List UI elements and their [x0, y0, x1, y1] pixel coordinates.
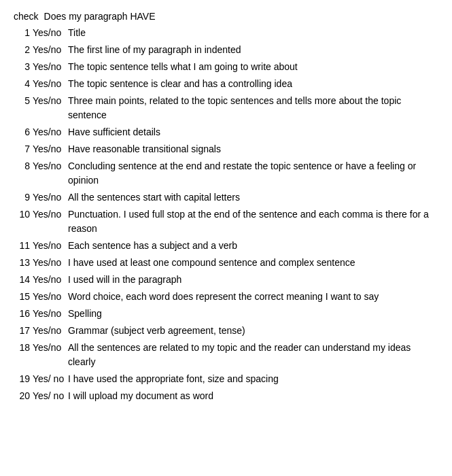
item-yesno: Yes/ no	[33, 389, 68, 403]
item-text: I used will in the paragraph	[68, 273, 438, 287]
list-item: 10Yes/noPunctuation. I used full stop at…	[14, 207, 438, 236]
list-item: 14Yes/noI used will in the paragraph	[14, 273, 438, 287]
item-number: 17	[14, 324, 33, 338]
item-number: 11	[14, 239, 33, 253]
item-yesno: Yes/no	[33, 239, 68, 253]
item-yesno: Yes/no	[33, 125, 68, 139]
item-yesno: Yes/no	[33, 60, 68, 74]
list-item: 9Yes/noAll the sentences start with capi…	[14, 190, 438, 205]
item-number: 18	[14, 341, 33, 369]
item-text: Concluding sentence at the end and resta…	[68, 159, 438, 188]
item-number: 4	[14, 77, 33, 91]
list-item: 16Yes/noSpelling	[14, 307, 438, 321]
item-yesno: Yes/no	[33, 43, 68, 57]
item-text: Punctuation. I used full stop at the end…	[68, 207, 438, 236]
item-yesno: Yes/no	[33, 94, 68, 122]
item-yesno: Yes/no	[33, 256, 68, 270]
list-item: 15Yes/noWord choice, each word does repr…	[14, 290, 438, 304]
list-item: 6Yes/noHave sufficient details	[14, 125, 438, 139]
item-number: 5	[14, 94, 33, 122]
item-text: I will upload my document as word	[68, 389, 438, 403]
item-yesno: Yes/no	[33, 341, 68, 369]
item-number: 7	[14, 142, 33, 156]
item-number: 9	[14, 190, 33, 205]
item-text: I have used at least one compound senten…	[68, 256, 438, 270]
list-item: 18Yes/noAll the sentences are related to…	[14, 341, 438, 369]
list-item: 2Yes/noThe first line of my paragraph in…	[14, 43, 438, 57]
list-item: 13Yes/noI have used at least one compoun…	[14, 256, 438, 270]
item-number: 14	[14, 273, 33, 287]
item-number: 19	[14, 372, 33, 386]
item-yesno: Yes/no	[33, 290, 68, 304]
list-item: 4Yes/noThe topic sentence is clear and h…	[14, 77, 438, 91]
item-text: Each sentence has a subject and a verb	[68, 239, 438, 253]
list-item: 11Yes/noEach sentence has a subject and …	[14, 239, 438, 253]
item-number: 13	[14, 256, 33, 270]
check-column-header: check	[14, 11, 39, 22]
item-number: 2	[14, 43, 33, 57]
item-text: All the sentences are related to my topi…	[68, 341, 438, 369]
item-text: The first line of my paragraph in indent…	[68, 43, 438, 57]
item-number: 1	[14, 26, 33, 40]
item-yesno: Yes/no	[33, 273, 68, 287]
item-yesno: Yes/no	[33, 77, 68, 91]
item-text: Title	[68, 26, 438, 40]
item-text: Grammar (subject verb agreement, tense)	[68, 324, 438, 338]
checklist-header: check Does my paragraph HAVE	[14, 11, 438, 22]
list-item: 19Yes/ noI have used the appropriate fon…	[14, 372, 438, 386]
item-yesno: Yes/no	[33, 324, 68, 338]
list-item: 8Yes/noConcluding sentence at the end an…	[14, 159, 438, 188]
list-item: 20Yes/ noI will upload my document as wo…	[14, 389, 438, 403]
item-number: 6	[14, 125, 33, 139]
item-yesno: Yes/no	[33, 307, 68, 321]
item-text: All the sentences start with capital let…	[68, 190, 438, 205]
checklist-container: 1Yes/noTitle2Yes/noThe first line of my …	[14, 26, 438, 403]
item-number: 8	[14, 159, 33, 188]
item-text: Three main points, related to the topic …	[68, 94, 438, 122]
item-yesno: Yes/no	[33, 142, 68, 156]
item-text: Spelling	[68, 307, 438, 321]
item-text: Word choice, each word does represent th…	[68, 290, 438, 304]
item-number: 10	[14, 207, 33, 236]
list-item: 3Yes/noThe topic sentence tells what I a…	[14, 60, 438, 74]
item-yesno: Yes/no	[33, 159, 68, 188]
does-column-header: Does my paragraph HAVE	[44, 11, 156, 22]
list-item: 5Yes/noThree main points, related to the…	[14, 94, 438, 122]
item-text: The topic sentence tells what I am going…	[68, 60, 438, 74]
item-yesno: Yes/no	[33, 26, 68, 40]
item-yesno: Yes/no	[33, 207, 68, 236]
item-text: Have sufficient details	[68, 125, 438, 139]
item-number: 20	[14, 389, 33, 403]
item-text: Have reasonable transitional signals	[68, 142, 438, 156]
item-text: The topic sentence is clear and has a co…	[68, 77, 438, 91]
list-item: 7Yes/noHave reasonable transitional sign…	[14, 142, 438, 156]
item-number: 3	[14, 60, 33, 74]
list-item: 17Yes/noGrammar (subject verb agreement,…	[14, 324, 438, 338]
item-text: I have used the appropriate font, size a…	[68, 372, 438, 386]
list-item: 1Yes/noTitle	[14, 26, 438, 40]
item-number: 15	[14, 290, 33, 304]
item-number: 16	[14, 307, 33, 321]
item-yesno: Yes/ no	[33, 372, 68, 386]
item-yesno: Yes/no	[33, 190, 68, 205]
